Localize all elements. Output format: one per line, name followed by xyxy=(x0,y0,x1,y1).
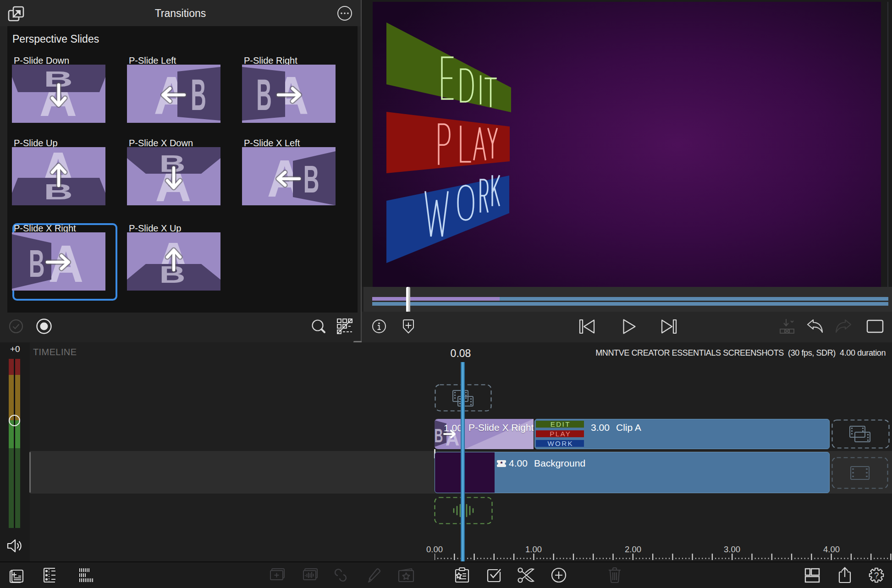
svg-text:B: B xyxy=(29,242,45,285)
svg-text:B: B xyxy=(303,158,319,200)
svg-text:?: ? xyxy=(874,571,879,580)
svg-text:B: B xyxy=(435,425,443,446)
svg-text:B: B xyxy=(191,70,206,119)
svg-text:B: B xyxy=(256,70,272,119)
